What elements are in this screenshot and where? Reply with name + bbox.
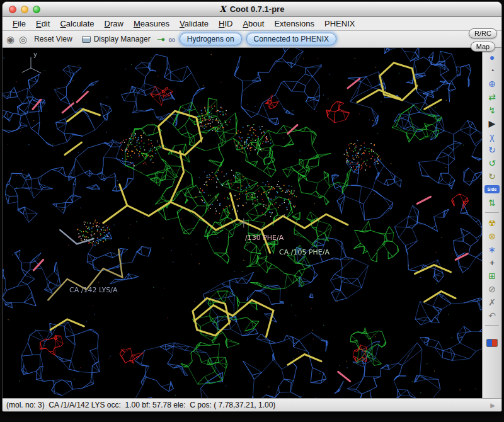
window-title-area: X Coot 0.7.1-pre <box>3 2 501 16</box>
regularize-zone-icon[interactable]: ↯ <box>484 103 500 117</box>
menu-measures[interactable]: Measures <box>129 18 175 30</box>
model-sphere-icon[interactable]: ● <box>484 50 500 64</box>
expand-arrow-icon[interactable]: ▶ <box>490 402 495 409</box>
toolbar-separator <box>485 212 499 213</box>
reset-view-button[interactable]: Reset View <box>32 33 74 45</box>
main-area: /130 PHE/ACA /105 PHE/ACA /142 LYS/A ●◔⊕… <box>3 48 501 398</box>
mutate-autofit-icon[interactable]: ☢ <box>484 216 500 229</box>
status-text: (mol. no: 3) CA /1/A/142 LYS occ: 1.00 b… <box>6 401 490 409</box>
rotamers-icon[interactable]: ↻ <box>484 169 500 183</box>
traffic-lights <box>9 6 40 13</box>
simple-mutate-icon[interactable]: ⊛ <box>484 229 500 242</box>
ligand-icon[interactable]: ∞ <box>168 35 175 44</box>
menubar: FileEditCalculateDrawMeasuresValidateHID… <box>3 17 501 31</box>
screen: { "window": { "title": "Coot 0.7.1-pre",… <box>0 0 504 422</box>
density-mesh-canvas <box>3 48 482 398</box>
menu-calculate[interactable]: Calculate <box>55 18 99 30</box>
side-chain-flip-icon[interactable]: Side <box>484 185 500 193</box>
close-button[interactable] <box>9 6 16 13</box>
gl-viewport[interactable]: /130 PHE/ACA /105 PHE/ACA /142 LYS/A <box>3 48 482 398</box>
add-alt-conf-icon[interactable]: ⊞ <box>484 269 500 282</box>
real-space-refine-icon[interactable]: ⇄ <box>484 90 500 103</box>
coot-window: X Coot 0.7.1-pre FileEditCalculateDrawMe… <box>2 1 502 412</box>
display-manager-label: Display Manager <box>94 35 151 43</box>
toolbar-separator <box>485 325 499 326</box>
flip-peptide-icon[interactable]: ⇅ <box>484 196 500 209</box>
go-to-atom-icon[interactable]: ─● <box>158 36 164 43</box>
clear-pending-picks-icon[interactable]: ⊘ <box>484 282 500 295</box>
rigid-body-fit-icon[interactable]: ▶ <box>484 117 500 130</box>
undo-icon[interactable]: ↶ <box>484 309 500 322</box>
menu-hid[interactable]: HID <box>214 18 238 30</box>
menu-edit[interactable]: Edit <box>31 18 55 30</box>
x11-app-icon: X <box>220 4 226 14</box>
delete-item-icon[interactable]: ✗ <box>484 295 500 309</box>
menu-extensions[interactable]: Extensions <box>269 18 319 30</box>
minimize-button[interactable] <box>21 6 28 13</box>
virtual-trackball-icon[interactable]: ◔ <box>484 64 500 77</box>
place-atom-icon[interactable]: + <box>484 256 500 269</box>
map-button[interactable]: Map <box>471 42 495 52</box>
rrc-button[interactable]: R/RC <box>469 28 497 38</box>
corner-buttons: R/RC Map <box>469 28 497 52</box>
right-toolbar: ●◔⊕⇄↯▶χ↻↺↻Side⇅☢⊛∗+⊞⊘✗↶ <box>482 48 501 398</box>
phenix-connection-button[interactable]: Connected to PHENIX <box>246 33 336 45</box>
auto-fit-rotamer-icon[interactable]: ↺ <box>484 156 500 169</box>
menu-draw[interactable]: Draw <box>100 18 129 30</box>
edit-chi-angles-icon[interactable]: ↻ <box>484 143 500 156</box>
rotate-translate-icon[interactable]: χ <box>484 130 500 143</box>
add-terminal-residue-icon[interactable]: ∗ <box>484 242 500 256</box>
display-manager-button[interactable]: Display Manager <box>79 33 153 45</box>
titlebar[interactable]: X Coot 0.7.1-pre <box>3 2 501 17</box>
window-title: Coot 0.7.1-pre <box>230 4 285 14</box>
toolbar: ◉ ◎ Reset View Display Manager ─● ∞ Hydr… <box>3 31 501 48</box>
hydrogens-toggle-button[interactable]: Hydrogens on <box>180 33 242 45</box>
map-molecule-icon[interactable] <box>486 339 498 347</box>
menu-file[interactable]: File <box>8 18 31 30</box>
menu-phenix[interactable]: PHENIX <box>319 18 360 30</box>
menu-about[interactable]: About <box>238 18 269 30</box>
record-circle-icon[interactable]: ◉ <box>6 35 14 44</box>
menu-validate[interactable]: Validate <box>175 18 214 30</box>
display-manager-icon <box>82 36 91 43</box>
zoom-button[interactable] <box>33 6 40 13</box>
statusbar: (mol. no: 3) CA /1/A/142 LYS occ: 1.00 b… <box>3 398 501 411</box>
move-molecule-icon[interactable]: ⊕ <box>484 77 500 90</box>
target-circle-icon[interactable]: ◎ <box>19 35 27 44</box>
